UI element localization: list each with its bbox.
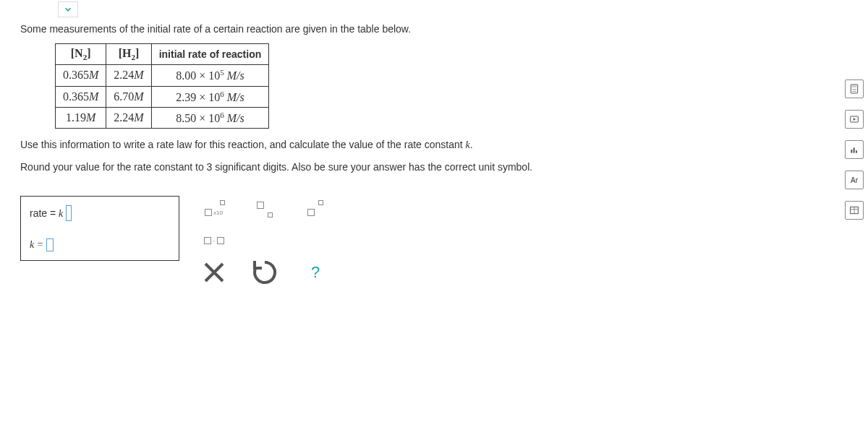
palette-scientific-notation[interactable]: x10 <box>197 196 231 222</box>
table-icon <box>848 204 860 216</box>
collapse-toggle[interactable] <box>58 1 78 17</box>
tool-periodic-table[interactable]: Ar <box>845 171 864 189</box>
rate-input[interactable] <box>66 205 72 221</box>
help-icon: ? <box>311 263 320 282</box>
tool-graph[interactable] <box>845 140 864 159</box>
svg-point-6 <box>854 91 854 92</box>
table-row: 1.19M 2.24M 8.50 × 106 M/s <box>56 107 269 128</box>
k-input-row[interactable]: k = <box>21 230 179 260</box>
undo-icon <box>247 255 282 290</box>
palette-clear[interactable] <box>197 259 231 285</box>
equation-palette: x10 <box>197 196 333 285</box>
rate-label: rate = k <box>30 207 63 220</box>
svg-rect-1 <box>852 85 857 87</box>
rate-input-row[interactable]: rate = k <box>21 197 179 230</box>
close-icon <box>197 255 231 290</box>
col-header-n2: [N2] <box>56 44 106 65</box>
play-icon <box>848 113 860 125</box>
svg-rect-10 <box>854 147 855 152</box>
palette-help[interactable]: ? <box>298 259 333 285</box>
bar-chart-icon <box>848 144 860 155</box>
svg-point-4 <box>855 89 856 90</box>
table-row: 0.365M 6.70M 2.39 × 106 M/s <box>56 86 269 107</box>
palette-superscript[interactable] <box>298 196 333 222</box>
svg-rect-11 <box>856 150 857 152</box>
col-header-h2: [H2] <box>106 44 151 65</box>
data-table: [N2] [H2] initial rate of reaction 0.365… <box>55 43 269 129</box>
k-label: k = <box>30 239 43 251</box>
intro-text: Some measurements of the initial rate of… <box>20 23 825 35</box>
answer-box: rate = k k = <box>20 196 179 261</box>
svg-point-5 <box>852 91 853 92</box>
tool-calculator[interactable] <box>845 79 864 98</box>
tool-video[interactable] <box>845 110 864 129</box>
palette-subscript[interactable] <box>247 196 282 222</box>
svg-point-2 <box>852 89 853 90</box>
palette-reset[interactable] <box>247 259 282 285</box>
chevron-down-icon <box>63 4 73 14</box>
tool-data-table[interactable] <box>845 201 864 220</box>
periodic-icon: Ar <box>851 176 858 184</box>
calculator-icon <box>848 83 860 95</box>
k-input[interactable] <box>46 238 54 251</box>
svg-point-3 <box>854 89 854 90</box>
instruction-rate-law: Use this information to write a rate law… <box>20 139 825 151</box>
table-row: 0.365M 2.24M 8.00 × 105 M/s <box>56 65 269 86</box>
svg-point-7 <box>855 91 856 92</box>
col-header-rate: initial rate of reaction <box>151 44 269 65</box>
instruction-rounding: Round your value for the rate constant t… <box>20 161 825 173</box>
palette-multiply-boxes[interactable]: · <box>197 228 231 254</box>
right-toolbar: Ar <box>845 79 864 220</box>
svg-rect-9 <box>851 150 852 153</box>
